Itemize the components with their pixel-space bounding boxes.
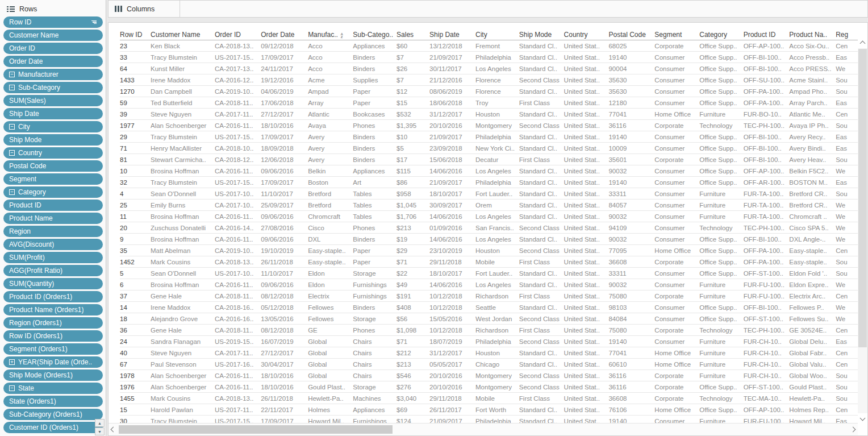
table-cell[interactable]: 19140 [608, 52, 654, 63]
table-cell[interactable]: United Stat.. [564, 52, 609, 63]
table-cell[interactable]: Brosina Hoffman [151, 279, 215, 290]
row-header-cell[interactable]: 23 [120, 40, 151, 52]
table-cell[interactable]: 21/09/2017 [429, 52, 475, 63]
table-cell[interactable]: 29/11/2018 [429, 256, 475, 268]
rows-shelf-pill[interactable]: Region (Orders1) [3, 317, 103, 329]
table-cell[interactable]: OFF-BI-100.. [744, 234, 790, 245]
table-cell[interactable]: 18/10/2016 [261, 120, 308, 131]
table-cell[interactable]: Corporate [654, 256, 699, 268]
table-cell[interactable]: 35630 [608, 74, 654, 86]
table-cell[interactable]: Appliances [353, 40, 397, 52]
table-cell[interactable]: Consumer [654, 63, 699, 74]
table-cell[interactable]: Eldon [308, 268, 353, 279]
rows-shelf-pill[interactable]: Row ID [3, 16, 103, 28]
table-cell[interactable]: 17/06/2018 [261, 97, 308, 109]
row-header-cell[interactable]: 33 [120, 52, 151, 63]
column-header[interactable]: Country [564, 26, 609, 40]
table-cell[interactable]: San Francis.. [475, 222, 519, 234]
table-cell[interactable]: Standard Cl.. [519, 404, 564, 416]
row-header-cell[interactable]: 36 [120, 325, 151, 336]
column-header[interactable]: Category [699, 26, 743, 40]
table-cell[interactable]: OFF-BI-100.. [744, 52, 790, 63]
table-cell[interactable]: 20/10/2016 [429, 381, 475, 393]
table-cell[interactable]: Array [308, 97, 353, 109]
table-cell[interactable]: $7 [397, 52, 429, 63]
table-cell[interactable]: West Jordan [475, 313, 519, 325]
table-cell[interactable]: United Stat.. [564, 86, 609, 97]
table-cell[interactable]: Standard Cl.. [519, 165, 564, 177]
table-cell[interactable]: 15/06/2018 [429, 154, 475, 165]
table-cell[interactable]: US-2017-15.. [215, 52, 261, 63]
table-cell[interactable]: Office Supp.. [699, 381, 743, 393]
table-cell[interactable]: Furniture [699, 279, 743, 290]
table-cell[interactable]: 18/10/2016 [261, 370, 308, 381]
table-cell[interactable]: Eldon Fold '.. [789, 268, 836, 279]
table-cell[interactable]: OFF-ST-100.. [744, 313, 790, 325]
table-cell[interactable]: Acco [308, 40, 353, 52]
table-cell[interactable]: CA-2016-11.. [215, 279, 261, 290]
row-header-cell[interactable]: 11 [120, 211, 151, 222]
table-cell[interactable]: OFF-BI-100.. [744, 143, 790, 154]
table-cell[interactable]: Cen [836, 347, 858, 359]
table-cell[interactable]: We [836, 63, 858, 74]
table-cell[interactable]: OFF-AP-100.. [744, 404, 790, 416]
table-cell[interactable]: 19140 [608, 336, 654, 347]
table-cell[interactable]: Appliances [353, 165, 397, 177]
column-header[interactable]: Product ID [744, 26, 790, 40]
table-cell[interactable]: $69 [397, 404, 429, 416]
table-cell[interactable]: Standard Cl.. [519, 268, 564, 279]
table-cell[interactable]: Gould Plast.. [789, 381, 836, 393]
table-cell[interactable]: Cen [836, 404, 858, 416]
table-cell[interactable]: Furnishings [353, 279, 397, 290]
table-cell[interactable]: United Stat.. [564, 211, 609, 222]
table-cell[interactable]: Standard Cl.. [519, 347, 564, 359]
table-cell[interactable]: $29 [397, 245, 429, 256]
table-cell[interactable]: Los Angeles [475, 279, 519, 290]
table-cell[interactable]: 09/12/2018 [261, 40, 308, 52]
rows-shelf-pill[interactable]: Row ID (Orders1) [3, 330, 103, 342]
table-cell[interactable]: CA-2016-11.. [215, 211, 261, 222]
table-cell[interactable]: 33311 [608, 268, 654, 279]
table-cell[interactable]: 16/07/2019 [261, 336, 308, 347]
table-cell[interactable]: CA-2017-13.. [215, 63, 261, 74]
rows-shelf-pill[interactable]: −Category [3, 186, 103, 198]
table-cell[interactable]: OFF-ST-100.. [744, 381, 790, 393]
row-header-cell[interactable]: 30 [120, 416, 151, 423]
table-cell[interactable]: US-2017-16.. [215, 359, 261, 370]
table-cell[interactable]: Montgomery [475, 120, 519, 131]
table-cell[interactable]: Standard Cl.. [519, 177, 564, 188]
table-cell[interactable]: Home Office [654, 245, 699, 256]
table-cell[interactable]: Boston [308, 177, 353, 188]
table-cell[interactable]: Paul Stevenson [151, 359, 215, 370]
table-cell[interactable]: Eas [836, 52, 858, 63]
column-header[interactable]: Customer Name [151, 26, 215, 40]
table-cell[interactable]: 09/06/2016 [261, 165, 308, 177]
table-cell[interactable]: 90032 [608, 279, 654, 290]
table-cell[interactable]: Fort Worth [475, 404, 519, 416]
table-cell[interactable]: Acme Stainl.. [789, 74, 836, 86]
table-cell[interactable]: 27/12/2017 [261, 109, 308, 120]
table-cell[interactable]: Eas [836, 416, 858, 423]
table-cell[interactable]: Standard Cl.. [519, 131, 564, 143]
table-cell[interactable]: United Stat.. [564, 268, 609, 279]
table-cell[interactable]: United Stat.. [564, 200, 609, 211]
table-cell[interactable]: CA-2016-11.. [215, 234, 261, 245]
table-cell[interactable]: Alan Schoenberger [151, 370, 215, 381]
table-cell[interactable]: 09/06/2016 [261, 279, 308, 290]
table-cell[interactable]: Acco [308, 63, 353, 74]
row-header-cell[interactable]: 5 [120, 268, 151, 279]
table-cell[interactable]: Irene Maddox [151, 302, 215, 313]
column-header[interactable]: Ship Date [429, 26, 475, 40]
rows-shelf-pill[interactable]: Postal Code [3, 160, 103, 172]
table-cell[interactable]: Sou [836, 188, 858, 200]
table-cell[interactable]: Cen [836, 109, 858, 120]
table-cell[interactable]: Belkin F5C2.. [789, 165, 836, 177]
table-cell[interactable]: Standard Cl.. [519, 86, 564, 97]
column-header[interactable]: City [475, 26, 519, 40]
table-cell[interactable]: DXL Angle-.. [789, 234, 836, 245]
table-cell[interactable]: United Stat.. [564, 165, 609, 177]
table-cell[interactable]: Paper [353, 97, 397, 109]
table-cell[interactable]: Eldon Expre.. [789, 279, 836, 290]
table-cell[interactable]: Corporate [654, 325, 699, 336]
row-header-cell[interactable]: 14 [120, 302, 151, 313]
